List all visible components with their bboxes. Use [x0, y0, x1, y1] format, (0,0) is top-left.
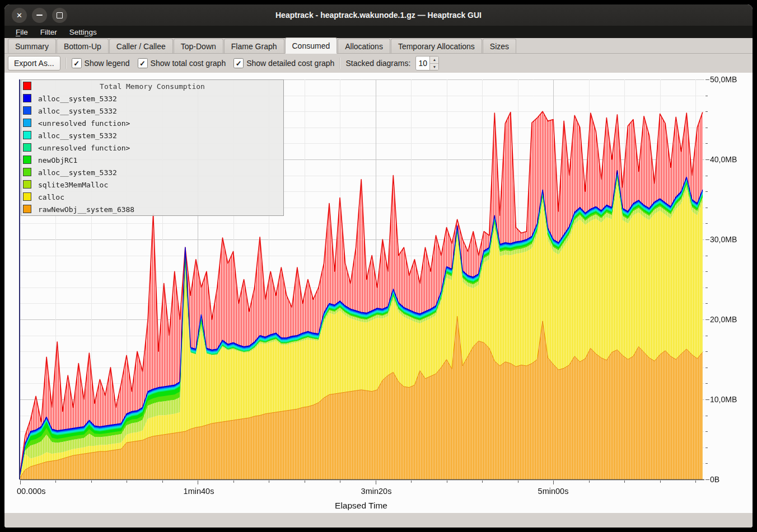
- stacked-diagrams-value: 10: [416, 57, 429, 70]
- legend-item: alloc__system_5332: [21, 129, 283, 142]
- legend-label: newObjRC1: [38, 156, 77, 164]
- tab-bar: SummaryBottom-UpCaller / CalleeTop-DownF…: [4, 38, 753, 54]
- checkbox-show-total-cost-graph[interactable]: ✓Show total cost graph: [138, 58, 226, 68]
- legend-label: alloc__system_5332: [38, 168, 117, 177]
- toolbar: Export As... ✓Show legend✓Show total cos…: [4, 54, 753, 73]
- window-controls: ✕: [4, 8, 67, 23]
- checkbox-check-icon: ✓: [236, 60, 242, 67]
- maximize-button[interactable]: [52, 8, 67, 23]
- checkbox-label: Show detailed cost graph: [246, 59, 334, 68]
- legend-label: sqlite3MemMalloc: [38, 181, 108, 189]
- legend-item: newObjRC1: [21, 154, 283, 166]
- legend-label: rawNewObj__system_6388: [38, 205, 134, 214]
- legend-item: rawNewObj__system_6388: [21, 203, 283, 215]
- legend-swatch: [23, 94, 31, 102]
- legend-title-swatch: [23, 82, 31, 90]
- legend-label: alloc__system_5332: [38, 131, 117, 140]
- x-axis-title: Elapsed Time: [335, 501, 387, 511]
- checkbox-show-legend[interactable]: ✓Show legend: [72, 58, 130, 68]
- menu-item-settings[interactable]: Settings: [63, 26, 103, 38]
- legend-swatch: [23, 119, 31, 127]
- checkbox-check-icon: ✓: [73, 60, 80, 67]
- legend-item: <unresolved function>: [21, 117, 283, 129]
- spin-down-icon[interactable]: ▼: [430, 64, 438, 70]
- consumed-chart-panel: Total Memory Consumption alloc__system_5…: [4, 73, 753, 513]
- y-tick-label: 20,0MB: [710, 315, 737, 324]
- x-tick-label: 3min20s: [361, 487, 392, 496]
- chart-legend: Total Memory Consumption alloc__system_5…: [21, 79, 284, 216]
- minimize-icon: [36, 15, 43, 16]
- legend-label: <unresolved function>: [38, 119, 130, 128]
- menu-item-filter[interactable]: Filter: [34, 26, 63, 38]
- legend-item: alloc__system_5332: [21, 92, 283, 105]
- y-tick-label: 30,0MB: [710, 235, 737, 244]
- checkbox-box[interactable]: ✓: [138, 58, 148, 68]
- tab-temporary-allocations[interactable]: Temporary Allocations: [391, 39, 482, 53]
- checkbox-label: Show total cost graph: [151, 59, 226, 68]
- legend-swatch: [23, 156, 31, 164]
- y-tick-label: 10,0MB: [710, 395, 737, 404]
- x-tick-label: 00.000s: [17, 487, 46, 496]
- menu-bar: FileFilterSettings: [4, 26, 753, 38]
- stacked-diagrams-label: Stacked diagrams:: [345, 59, 410, 68]
- tab-consumed[interactable]: Consumed: [285, 37, 338, 54]
- maximize-icon: [57, 12, 63, 18]
- x-tick-label: 1min40s: [184, 487, 214, 496]
- desktop-background: ✕ Heaptrack - heaptrack.wakunode.1.gz — …: [0, 0, 757, 532]
- legend-item: calloc: [21, 191, 283, 203]
- legend-label: <unresolved function>: [38, 144, 130, 152]
- legend-label: alloc__system_5332: [38, 107, 117, 115]
- y-tick-label: 40,0MB: [710, 155, 737, 164]
- legend-title: Total Memory Consumption: [21, 82, 283, 91]
- tab-top-down[interactable]: Top-Down: [174, 39, 223, 53]
- window-title: Heaptrack - heaptrack.wakunode.1.gz — He…: [4, 11, 753, 20]
- legend-swatch: [23, 192, 31, 201]
- legend-swatch: [23, 168, 31, 176]
- legend-item: alloc__system_5332: [21, 105, 283, 117]
- tab-summary[interactable]: Summary: [8, 39, 56, 53]
- checkbox-box[interactable]: ✓: [72, 58, 82, 68]
- tab-flame-graph[interactable]: Flame Graph: [224, 39, 284, 53]
- legend-item: <unresolved function>: [21, 142, 283, 154]
- legend-swatch: [23, 143, 31, 152]
- tab-sizes[interactable]: Sizes: [483, 39, 516, 53]
- x-tick-label: 5min00s: [538, 487, 569, 496]
- tab-caller-callee[interactable]: Caller / Callee: [109, 39, 173, 53]
- y-tick-label: 50,0MB: [710, 75, 737, 84]
- legend-title-row: Total Memory Consumption: [21, 80, 283, 92]
- minimize-button[interactable]: [32, 8, 47, 23]
- legend-swatch: [23, 106, 31, 115]
- spin-up-icon[interactable]: ▲: [430, 57, 438, 64]
- toolbar-separator: [339, 58, 340, 69]
- checkbox-box[interactable]: ✓: [233, 58, 244, 68]
- menu-item-file[interactable]: File: [10, 26, 34, 38]
- checkbox-show-detailed-cost-graph[interactable]: ✓Show detailed cost graph: [233, 58, 334, 68]
- window-bottom-strip: [4, 513, 753, 528]
- heaptrack-window: ✕ Heaptrack - heaptrack.wakunode.1.gz — …: [4, 4, 753, 528]
- tab-bottom-up[interactable]: Bottom-Up: [57, 39, 109, 53]
- close-icon: ✕: [16, 11, 22, 20]
- legend-label: alloc__system_5332: [38, 95, 117, 103]
- toolbar-separator: [66, 58, 67, 69]
- legend-swatch: [23, 205, 31, 213]
- legend-swatch: [23, 180, 31, 189]
- legend-item: sqlite3MemMalloc: [21, 178, 283, 191]
- stacked-diagrams-stepper[interactable]: 10 ▲ ▼: [415, 56, 439, 70]
- close-button[interactable]: ✕: [12, 8, 27, 23]
- checkbox-label: Show legend: [85, 59, 130, 68]
- tab-allocations[interactable]: Allocations: [338, 39, 390, 53]
- title-bar[interactable]: ✕ Heaptrack - heaptrack.wakunode.1.gz — …: [4, 4, 753, 26]
- legend-swatch: [23, 131, 31, 139]
- legend-item: alloc__system_5332: [21, 166, 283, 178]
- checkbox-check-icon: ✓: [139, 60, 146, 67]
- legend-label: calloc: [38, 193, 64, 201]
- export-as-button[interactable]: Export As...: [8, 56, 60, 70]
- y-tick-label: 0B: [710, 475, 719, 484]
